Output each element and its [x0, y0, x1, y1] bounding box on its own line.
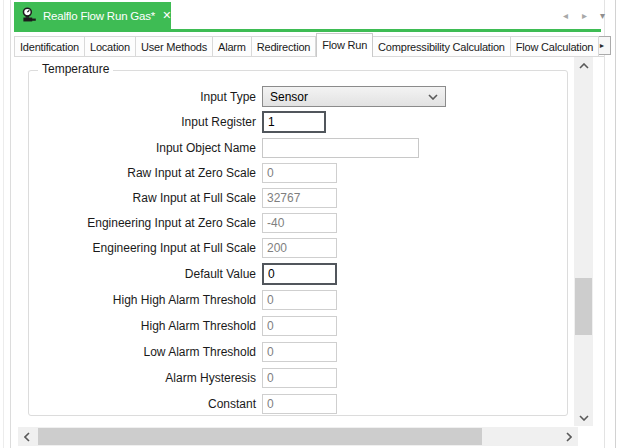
form-row: Input Type Sensor	[29, 86, 549, 107]
tab-strip: Identification Location User Methods Ala…	[14, 33, 599, 57]
tab-alarm[interactable]: Alarm	[213, 36, 252, 56]
document-tab-title: Realflo Flow Run Gas*	[43, 10, 155, 22]
high-alarm-threshold-label: High Alarm Threshold	[29, 319, 256, 333]
tab-flow-run[interactable]: Flow Run	[316, 33, 373, 57]
input-register-label: Input Register	[29, 115, 256, 129]
engineering-input-zero-scale-label: Engineering Input at Zero Scale	[29, 216, 256, 230]
scroll-right-icon[interactable]	[560, 427, 578, 446]
horizontal-scrollbar[interactable]	[18, 427, 578, 446]
form-row: Input Register	[29, 111, 549, 133]
form-row: Raw Input at Zero Scale	[29, 163, 549, 183]
default-value-field[interactable]	[262, 263, 337, 285]
active-document-underline	[14, 29, 601, 32]
high-high-alarm-threshold-label: High High Alarm Threshold	[29, 293, 256, 307]
vertical-scrollbar[interactable]	[574, 57, 593, 426]
raw-input-full-scale-field	[262, 188, 337, 208]
input-type-combobox[interactable]: Sensor	[262, 86, 446, 107]
flow-computer-icon	[21, 7, 38, 24]
constant-field	[262, 394, 337, 414]
input-object-name-label: Input Object Name	[29, 141, 256, 155]
close-icon[interactable]: ✕	[160, 9, 171, 22]
chevron-down-icon	[428, 94, 438, 100]
tab-identification[interactable]: Identification	[14, 36, 85, 56]
constant-label: Constant	[29, 397, 256, 411]
horizontal-scrollbar-thumb[interactable]	[38, 428, 482, 445]
alarm-hysteresis-label: Alarm Hysteresis	[29, 371, 256, 385]
tab-redirection[interactable]: Redirection	[252, 36, 316, 56]
scroll-up-icon[interactable]	[574, 57, 593, 74]
form-row: Engineering Input at Zero Scale	[29, 213, 549, 233]
right-gutter-line-outer	[615, 0, 616, 448]
doc-nav-back-icon[interactable]: ◂	[563, 8, 568, 22]
input-object-name-field[interactable]	[262, 138, 419, 158]
form-row: Raw Input at Full Scale	[29, 188, 549, 208]
high-alarm-threshold-field	[262, 316, 337, 336]
tab-compressibility-calculation[interactable]: Compressibility Calculation	[373, 36, 511, 56]
form-row: Constant	[29, 394, 549, 414]
engineering-input-full-scale-label: Engineering Input at Full Scale	[29, 241, 256, 255]
vertical-scrollbar-thumb[interactable]	[575, 278, 592, 335]
tab-flow-calculation[interactable]: Flow Calculation	[511, 36, 600, 56]
form-row: High High Alarm Threshold	[29, 290, 549, 310]
raw-input-zero-scale-field	[262, 163, 337, 183]
raw-input-full-scale-label: Raw Input at Full Scale	[29, 191, 256, 205]
low-alarm-threshold-label: Low Alarm Threshold	[29, 345, 256, 359]
doc-nav-list-icon[interactable]: ▾	[600, 8, 605, 22]
tab-location[interactable]: Location	[85, 36, 136, 56]
engineering-input-full-scale-field	[262, 238, 337, 258]
form-row: Input Object Name	[29, 138, 549, 158]
form-row: Alarm Hysteresis	[29, 368, 549, 388]
document-tab[interactable]: Realflo Flow Run Gas* ✕	[14, 2, 171, 29]
temperature-groupbox: Temperature Input Type Sensor Input Regi…	[28, 70, 568, 416]
form-row: High Alarm Threshold	[29, 316, 549, 336]
left-gutter-line-inner	[10, 0, 11, 448]
tab-user-methods[interactable]: User Methods	[136, 36, 213, 56]
high-high-alarm-threshold-field	[262, 290, 337, 310]
engineering-input-zero-scale-field	[262, 213, 337, 233]
scroll-down-icon[interactable]	[574, 409, 593, 426]
groupbox-title: Temperature	[38, 62, 113, 76]
alarm-hysteresis-field	[262, 368, 337, 388]
left-gutter-line-outer	[3, 0, 4, 448]
form-row: Low Alarm Threshold	[29, 342, 549, 362]
form-row: Default Value	[29, 263, 549, 285]
right-gutter-line-inner	[604, 0, 605, 448]
form-row: Engineering Input at Full Scale	[29, 238, 549, 258]
input-register-field[interactable]	[262, 111, 326, 133]
default-value-label: Default Value	[29, 267, 256, 281]
input-type-label: Input Type	[29, 90, 256, 104]
doc-nav-forward-icon[interactable]: ▸	[582, 8, 587, 22]
raw-input-zero-scale-label: Raw Input at Zero Scale	[29, 166, 256, 180]
low-alarm-threshold-field	[262, 342, 337, 362]
combobox-value: Sensor	[270, 90, 428, 104]
scroll-left-icon[interactable]	[18, 427, 36, 446]
